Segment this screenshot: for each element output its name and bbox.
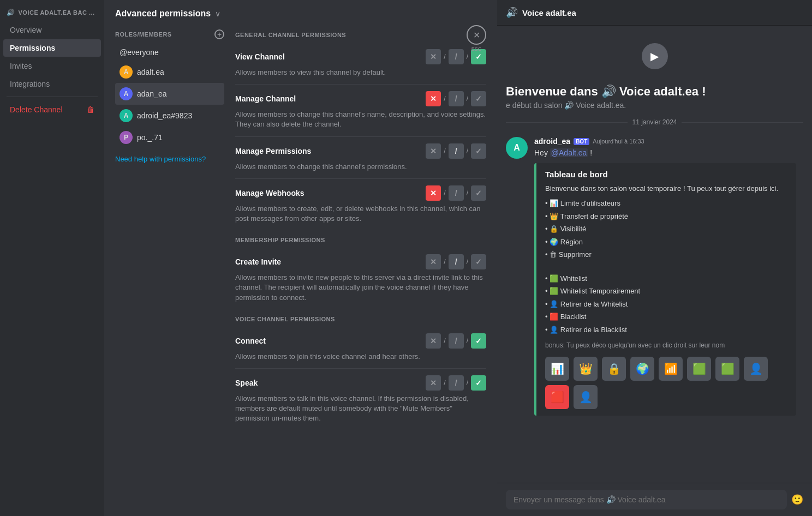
role-item-everyone[interactable]: @everyone bbox=[115, 44, 224, 61]
neutral-button[interactable]: / bbox=[449, 49, 464, 64]
deny-button[interactable]: ✕ bbox=[426, 49, 441, 64]
sidebar-item-overview[interactable]: Overview bbox=[3, 21, 101, 39]
embed-button-btn10[interactable]: 👤 bbox=[574, 385, 598, 409]
roles-list: @everyone A adalt.ea A adan_ea A adroid_… bbox=[115, 44, 224, 148]
toggle-divider: / bbox=[443, 147, 446, 155]
list-item: 🟩 Whitelist Temporairement bbox=[545, 285, 787, 298]
voice-permissions-list: Connect✕///✓Allows members to join this … bbox=[235, 327, 486, 430]
toggle-divider: / bbox=[443, 258, 446, 266]
permission-toggle: ✕///✓ bbox=[426, 143, 486, 159]
permission-name: Manage Webhooks bbox=[235, 189, 304, 197]
permission-item-header: Create Invite✕///✓ bbox=[235, 254, 486, 269]
sidebar-divider bbox=[7, 97, 98, 97]
permission-description: Allows members to create, edit, or delet… bbox=[235, 204, 486, 224]
permissions-content: ✕ ESC GENERAL CHANNEL PERMISSIONS View C… bbox=[235, 25, 486, 516]
voice-welcome-title: Bienvenue dans 🔊 Voice adalt.ea ! bbox=[497, 78, 812, 101]
message-timestamp: Aujourd'hui à 16:33 bbox=[593, 138, 644, 145]
deny-button[interactable]: ✕ bbox=[426, 333, 441, 349]
embed-button-btn2[interactable]: 👑 bbox=[574, 357, 598, 381]
neutral-button[interactable]: / bbox=[449, 91, 464, 106]
advanced-permissions-header: Advanced permissions ∨ bbox=[104, 0, 497, 25]
permission-toggle: ✕///✓ bbox=[426, 185, 486, 201]
deny-button[interactable]: ✕ bbox=[426, 91, 441, 106]
deny-button[interactable]: ✕ bbox=[426, 185, 441, 201]
deny-button[interactable]: ✕ bbox=[426, 254, 441, 269]
role-item-adalt[interactable]: A adalt.ea bbox=[115, 61, 224, 83]
permission-name: Speak bbox=[235, 379, 258, 387]
permission-name: Manage Permissions bbox=[235, 147, 311, 155]
embed-button-btn3[interactable]: 🔒 bbox=[602, 357, 626, 381]
allow-button[interactable]: ✓ bbox=[471, 254, 486, 269]
embed-button-btn8[interactable]: 👤 bbox=[744, 357, 768, 381]
embed-button-btn5[interactable]: 📶 bbox=[659, 357, 683, 381]
role-item-adroid[interactable]: A adroid_ea#9823 bbox=[115, 105, 224, 127]
everyone-label: @everyone bbox=[120, 48, 159, 57]
member-name: adroid_ea#9823 bbox=[137, 111, 192, 120]
permission-item-header: Connect✕///✓ bbox=[235, 333, 486, 349]
voice-welcome-button[interactable]: ▶ bbox=[642, 43, 668, 69]
neutral-button[interactable]: / bbox=[449, 185, 464, 201]
role-item-po[interactable]: P po._.71 bbox=[115, 127, 224, 148]
message-header: adroid_ea BOT Aujourd'hui à 16:33 bbox=[534, 137, 803, 146]
permission-item-header: Manage Channel✕///✓ bbox=[235, 91, 486, 106]
chevron-down-icon[interactable]: ∨ bbox=[215, 9, 220, 18]
neutral-button[interactable]: / bbox=[449, 333, 464, 349]
embed-button-btn1[interactable]: 📊 bbox=[545, 357, 569, 381]
embed-button-btn9[interactable]: 🟥 bbox=[545, 385, 569, 409]
close-button-container: ✕ ESC bbox=[467, 25, 486, 52]
add-role-button[interactable]: + bbox=[214, 29, 224, 39]
permission-toggle: ✕///✓ bbox=[426, 333, 486, 349]
permission-name: Connect bbox=[235, 337, 266, 345]
emoji-icon[interactable]: 🙂 bbox=[791, 494, 803, 506]
message-username: adroid_ea bbox=[534, 137, 570, 146]
list-item: 🗑 Supprimer bbox=[545, 248, 787, 261]
toggle-divider: / bbox=[466, 337, 469, 345]
permission-item: Manage Permissions✕///✓Allows members to… bbox=[235, 137, 486, 179]
permission-description: Allows members to change this channel's … bbox=[235, 162, 486, 172]
allow-button[interactable]: ✓ bbox=[471, 333, 486, 349]
member-avatar: A bbox=[120, 109, 133, 122]
neutral-button[interactable]: / bbox=[449, 254, 464, 269]
permission-item: Create Invite✕///✓Allows members to invi… bbox=[235, 248, 486, 309]
sidebar-item-permissions[interactable]: Permissions bbox=[3, 39, 101, 57]
mention[interactable]: @Adalt.ea bbox=[550, 148, 588, 157]
embed-title: Tableau de bord bbox=[545, 170, 787, 179]
embed-bonus: bonus: Tu peux déco quelqu'un avec un cl… bbox=[545, 340, 787, 350]
deny-button[interactable]: ✕ bbox=[426, 375, 441, 391]
embed-button-btn4[interactable]: 🌍 bbox=[630, 357, 654, 381]
embed-card: Tableau de bord Bienvenue dans ton salon… bbox=[534, 163, 796, 416]
neutral-button[interactable]: / bbox=[449, 143, 464, 159]
permission-item: Connect✕///✓Allows members to join this … bbox=[235, 327, 486, 369]
permissions-panel: Advanced permissions ∨ ROLES/MEMBERS + @… bbox=[104, 0, 497, 516]
list-item: 👑 Transfert de propriété bbox=[545, 210, 787, 223]
deny-button[interactable]: ✕ bbox=[426, 143, 441, 159]
permission-name: Manage Channel bbox=[235, 94, 296, 103]
allow-button[interactable]: ✓ bbox=[471, 375, 486, 391]
allow-button[interactable]: ✓ bbox=[471, 91, 486, 106]
membership-perms-section-title: MEMBERSHIP PERMISSIONS bbox=[235, 230, 486, 248]
member-avatar: A bbox=[120, 87, 133, 100]
embed-button-btn7[interactable]: 🟩 bbox=[715, 357, 739, 381]
help-link[interactable]: Need help with permissions? bbox=[115, 148, 224, 170]
embed-button-btn6[interactable]: 🟩 bbox=[687, 357, 711, 381]
esc-label: ESC bbox=[467, 46, 486, 52]
message-input[interactable] bbox=[506, 490, 787, 509]
neutral-button[interactable]: / bbox=[449, 375, 464, 391]
sidebar-item-integrations[interactable]: Integrations bbox=[3, 75, 101, 93]
delete-channel-button[interactable]: Delete Channel 🗑 bbox=[3, 101, 101, 118]
close-button[interactable]: ✕ bbox=[467, 25, 486, 45]
toggle-divider: / bbox=[443, 53, 446, 61]
permission-toggle: ✕///✓ bbox=[426, 375, 486, 391]
sidebar: 🔊 VOICE ADALT.EA BAC ... OverviewPermiss… bbox=[0, 0, 104, 516]
allow-button[interactable]: ✓ bbox=[471, 185, 486, 201]
roles-header: ROLES/MEMBERS + bbox=[115, 25, 224, 44]
message-row: A adroid_ea BOT Aujourd'hui à 16:33 Hey … bbox=[506, 135, 803, 418]
sidebar-item-invites[interactable]: Invites bbox=[3, 57, 101, 75]
allow-button[interactable]: ✓ bbox=[471, 143, 486, 159]
list-item: 🟥 Blacklist bbox=[545, 310, 787, 323]
member-avatar: A bbox=[120, 65, 133, 79]
close-icon: ✕ bbox=[473, 30, 480, 40]
toggle-divider: / bbox=[466, 189, 469, 197]
embed-list-2: 🟩 Whitelist🟩 Whitelist Temporairement👤 R… bbox=[545, 272, 787, 337]
role-item-adan[interactable]: A adan_ea bbox=[115, 83, 224, 105]
